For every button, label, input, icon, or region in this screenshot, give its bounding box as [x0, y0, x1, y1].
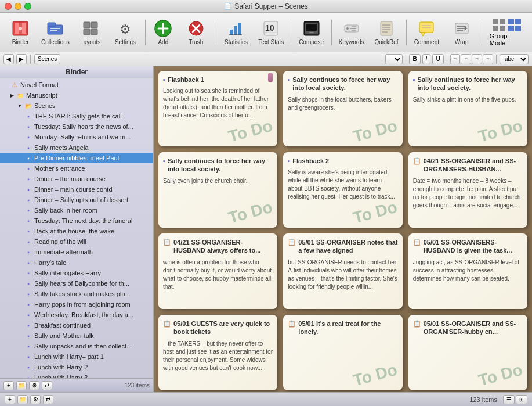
sidebar-item-10[interactable]: ▪ Dinner – main course contd — [0, 184, 153, 195]
card-8[interactable]: 📋 05/01 SS-ORGANISERS-HUSBAND is given t… — [408, 233, 527, 309]
sidebar-item-23[interactable]: ▪ Breakfast continued — [0, 320, 153, 330]
nav-forward-button[interactable]: ▶ — [16, 54, 27, 64]
sidebar-item-21[interactable]: ▪ Harry pops in from adjoining room — [0, 299, 153, 310]
align-center-button[interactable]: ≡ — [461, 54, 471, 64]
italic-button[interactable]: I — [422, 54, 431, 64]
bold-button[interactable]: B — [409, 54, 420, 64]
sidebar-item-label: Harry pops in from adjoining room — [34, 301, 131, 308]
add-item-button[interactable]: + — [5, 395, 15, 404]
quickref-button[interactable]: QuickRef — [370, 16, 403, 49]
sidebar-item-5[interactable]: ▪ Monday: Sally returns and we m... — [0, 132, 153, 142]
card-4[interactable]: ▪ Flashback 2 Sally is aware she's being… — [283, 152, 402, 228]
card-7[interactable]: 📋 05/01 SS-ORGANISER notes that a few ha… — [283, 233, 402, 309]
sidebar-item-9[interactable]: ▪ Dinner – the main course — [0, 174, 153, 184]
sidebar-item-16[interactable]: ▪ Immediate aftermath — [0, 247, 153, 257]
card-11[interactable]: 📋 05/01 SS-ORGANISER and SS-ORGANISER-hu… — [408, 315, 527, 390]
settings-button[interactable]: ⚙ — [30, 395, 41, 404]
sidebar-item-28[interactable]: ▪ Lunch with Harry-3 — [0, 372, 153, 378]
card-1[interactable]: ▪ Sally continues to force her way into … — [283, 71, 402, 146]
folder-button[interactable]: 📁 — [17, 395, 28, 404]
maximize-button[interactable] — [24, 3, 31, 10]
collections-button[interactable]: Collections — [38, 16, 72, 49]
sidebar-tree[interactable]: ⚠ Novel Format ▶ 📁 Manuscript ▼ 📂 Scenes… — [0, 78, 153, 378]
sidebar-add-button[interactable]: + — [3, 381, 14, 390]
compose-button[interactable]: Compose — [294, 16, 328, 49]
font-size-select[interactable]: 11 — [385, 54, 403, 64]
sidebar-item-manuscript[interactable]: ▶ 📁 Manuscript — [0, 90, 153, 100]
sidebar-item-6[interactable]: ▪ Sally meets Angela — [0, 142, 153, 153]
statistics-button[interactable]: Statistics — [219, 16, 253, 49]
align-left-button[interactable]: ≡ — [450, 54, 461, 64]
add-button[interactable]: Add — [149, 16, 178, 49]
sidebar-item-27[interactable]: ▪ Lunch with Harry-2 — [0, 362, 153, 372]
style-select[interactable]: abc — [500, 54, 529, 64]
sidebar-item-22[interactable]: ▪ Wednesday: Breakfast, the day a... — [0, 310, 153, 320]
wrap-button[interactable]: Wrap — [444, 16, 478, 49]
sync-button[interactable]: ⇄ — [43, 395, 53, 404]
sidebar-item-14[interactable]: ▪ Back at the house, the wake — [0, 226, 153, 236]
comment-button[interactable]: Comment — [410, 16, 443, 49]
card-3[interactable]: ▪ Sally continues to force her way into … — [158, 152, 277, 228]
close-button[interactable] — [5, 3, 12, 10]
sidebar-item-7[interactable]: ▪ Pre Dinner nibbles: meet Paul — [0, 153, 153, 163]
card-9[interactable]: 📋 05/01 GUESTS are very quick to book ti… — [158, 315, 277, 390]
card-0[interactable]: ▪ Flashback 1 Looking out to sea she is … — [158, 71, 277, 146]
svg-rect-8 — [84, 22, 90, 28]
sidebar-settings-button[interactable]: ⚙ — [29, 381, 39, 390]
minimize-button[interactable] — [15, 3, 21, 10]
sidebar-item-19[interactable]: ▪ Sally hears of Ballycombe for th... — [0, 278, 153, 289]
sidebar-item-15[interactable]: ▪ Reading of the will — [0, 236, 153, 247]
underline-button[interactable]: U — [432, 54, 443, 64]
sidebar-item-label: Immediate aftermath — [34, 249, 93, 256]
card-header-3: ▪ Sally continues to force her way into … — [163, 157, 273, 174]
sidebar-item-label: Reading of the will — [34, 238, 86, 245]
sidebar-item-18[interactable]: ▪ Sally interrogates Harry — [0, 268, 153, 278]
sidebar-item-26[interactable]: ▪ Lunch with Harry– part 1 — [0, 351, 153, 362]
doc-icon: ▪ — [24, 196, 32, 204]
toolbar-separator-5 — [406, 20, 407, 45]
card-header-10: 📋 05/01 It's a real treat for the lonely… — [288, 319, 397, 336]
sidebar-item-3[interactable]: ▪ THE START: Sally gets the call — [0, 111, 153, 121]
align-justify-button[interactable]: ≡ — [483, 54, 493, 64]
sidebar-item-11[interactable]: ▪ Dinner – Sally opts out of dessert — [0, 195, 153, 205]
settings-icon: ⚙ — [116, 19, 135, 38]
sidebar-item-novel-format[interactable]: ⚠ Novel Format — [0, 80, 153, 90]
align-right-button[interactable]: ≡ — [472, 54, 482, 64]
groupmode-button[interactable]: Group Mode — [485, 16, 529, 49]
keywords-button[interactable]: Keywords — [335, 16, 368, 49]
sidebar-item-4[interactable]: ▪ Tuesday: Sally hears the news of... — [0, 121, 153, 132]
sidebar-folder-button[interactable]: 📁 — [16, 381, 27, 390]
sidebar-item-8[interactable]: ▪ Mother's entrance — [0, 163, 153, 174]
sidebar-item-12[interactable]: ▪ Sally back in her room — [0, 205, 153, 215]
sidebar-item-13[interactable]: ▪ Tuesday: The next day: the funeral — [0, 215, 153, 226]
card-doc-icon: ▪ — [163, 76, 165, 83]
format-separator-4 — [447, 55, 447, 64]
list-view-button[interactable]: ☰ — [503, 395, 515, 404]
card-pin — [268, 73, 273, 82]
grid-view-button[interactable]: ⊞ — [516, 395, 527, 404]
nav-back-button[interactable]: ◀ — [3, 54, 14, 64]
sidebar-item-scenes[interactable]: ▼ 📂 Scenes — [0, 100, 153, 111]
window-controls[interactable] — [5, 3, 31, 10]
trash-button[interactable]: Trash — [179, 16, 213, 49]
settings-button[interactable]: ⚙ Settings — [108, 16, 142, 49]
layouts-button[interactable]: Layouts — [74, 16, 107, 49]
doc-icon: ▪ — [24, 258, 32, 267]
binder-button[interactable]: Binder — [3, 16, 37, 49]
card-10[interactable]: 📋 05/01 It's a real treat for the lonely… — [283, 315, 402, 390]
format-separator-1 — [30, 55, 31, 64]
card-6[interactable]: 📋 04/21 SS-ORGANISER-HUSBAND always offe… — [158, 233, 277, 309]
quickref-icon — [377, 19, 396, 38]
sidebar-item-17[interactable]: ▪ Harry's tale — [0, 257, 153, 268]
sidebar-item-25[interactable]: ▪ Sally unpacks and is then collect... — [0, 341, 153, 351]
sidebar-item-24[interactable]: ▪ Sally and Mother talk — [0, 330, 153, 341]
sidebar-move-button[interactable]: ⇄ — [42, 381, 52, 390]
card-2[interactable]: ▪ Sally continues to force her way into … — [408, 71, 527, 146]
sidebar-item-label: Lunch with Harry-3 — [34, 374, 88, 378]
sidebar-item-20[interactable]: ▪ Sally takes stock and makes pla... — [0, 289, 153, 299]
card-5[interactable]: 📋 04/21 SS-ORGANISER and SS-ORGANISERS-H… — [408, 152, 527, 228]
textstats-button[interactable]: 10 Text Stats — [254, 16, 288, 49]
svg-rect-29 — [309, 32, 314, 33]
sidebar-item-label: Sally meets Angela — [34, 144, 89, 151]
content-area[interactable]: ▪ Flashback 1 Looking out to sea she is … — [154, 66, 532, 392]
